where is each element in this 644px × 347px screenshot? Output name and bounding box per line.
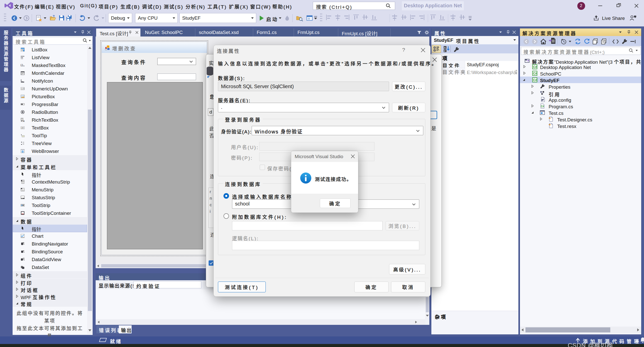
svg-text:C#: C# — [533, 72, 537, 75]
svg-text:C#: C# — [533, 65, 537, 69]
svg-text:Z: Z — [444, 50, 446, 52]
svg-text:A: A — [23, 120, 25, 122]
svg-text:12: 12 — [21, 88, 23, 90]
svg-text:(.): (.) — [21, 64, 23, 66]
svg-text:abl: abl — [21, 127, 24, 129]
svg-text:A: A — [444, 46, 446, 49]
svg-text:C#: C# — [541, 105, 544, 108]
svg-text:C#: C# — [533, 78, 537, 82]
